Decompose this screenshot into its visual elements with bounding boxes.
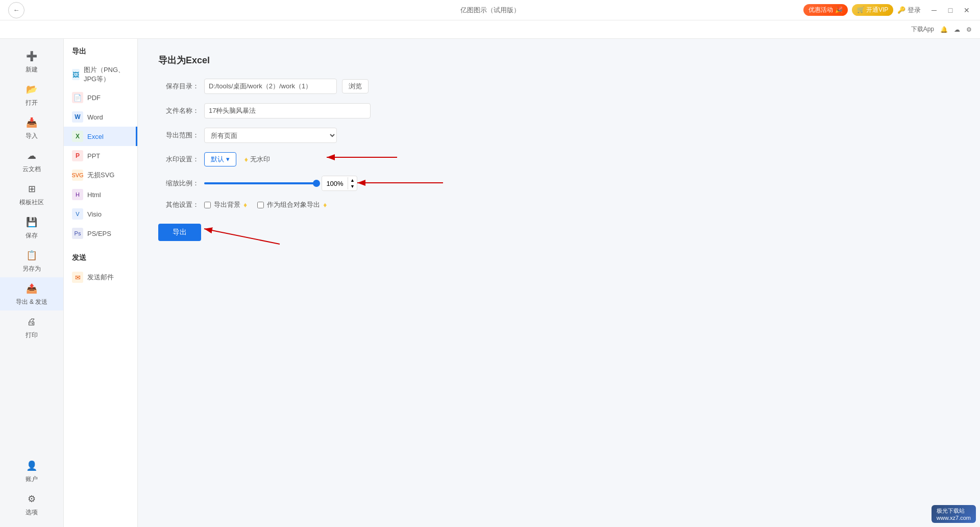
export-icon: 📤	[24, 281, 39, 296]
export-group-checkbox[interactable]	[257, 202, 264, 208]
excel-format-icon: X	[72, 131, 83, 142]
export-item-pdf[interactable]: 📄 PDF	[64, 88, 137, 107]
page-title: 导出为Excel	[158, 54, 960, 66]
export-bg-crown: ♦	[243, 201, 247, 209]
sidebar-item-saveas[interactable]: 📋 另存为	[0, 244, 63, 277]
slider-fill	[204, 182, 316, 184]
word-format-icon: W	[72, 111, 83, 123]
save-dir-input[interactable]	[204, 79, 337, 94]
ppt-format-icon: P	[72, 150, 83, 161]
watermark-btn[interactable]: 默认 ▾	[204, 152, 236, 166]
crown-icon: ♦	[244, 155, 248, 163]
sidebar-label-account: 账户	[26, 475, 38, 484]
close-button[interactable]: ✕	[962, 5, 972, 15]
export-item-html-label: Html	[87, 191, 101, 199]
export-item-visio[interactable]: V Visio	[64, 204, 137, 224]
export-bg-checkbox[interactable]	[204, 202, 211, 208]
sidebar-item-import[interactable]: 📥 导入	[0, 111, 63, 145]
slider-thumb[interactable]	[313, 180, 320, 187]
sidebar-label-cloud: 云文档	[22, 165, 41, 174]
arrow-watermark	[322, 148, 398, 169]
export-item-ppt[interactable]: P PPT	[64, 146, 137, 165]
sidebar-item-account[interactable]: 👤 账户	[0, 454, 63, 488]
sidebar-label-export: 导出 & 发送	[16, 298, 48, 306]
range-select[interactable]: 所有页面 当前页面 自定义	[204, 128, 337, 143]
sidebar-item-print[interactable]: 🖨 打印	[0, 310, 63, 344]
sidebar-label-import: 导入	[26, 132, 38, 140]
export-item-ppt-label: PPT	[87, 152, 100, 160]
sidebar-item-template[interactable]: ⊞ 模板社区	[0, 178, 63, 211]
content-wrapper: 导出为Excel 保存目录： 浏览 文件名称： 导出范围： 所有页面 当前页面 …	[158, 54, 960, 241]
svg-line-5	[204, 229, 280, 244]
account-icon: 👤	[24, 459, 39, 473]
sidebar-item-options[interactable]: ⚙ 选项	[0, 488, 63, 521]
watermark-row: 水印设置： 默认 ▾ ♦ 无水印	[158, 152, 960, 166]
save-dir-label: 保存目录：	[158, 82, 199, 91]
maximize-button[interactable]: □	[945, 5, 955, 15]
scale-down-button[interactable]: ▼	[348, 183, 357, 189]
import-icon: 📥	[24, 115, 39, 130]
sidebar-label-saveas: 另存为	[22, 265, 41, 273]
vip-button[interactable]: 🛒 开通VIP	[852, 4, 894, 16]
export-item-word[interactable]: W Word	[64, 107, 137, 127]
watermark-label: 水印设置：	[158, 155, 199, 164]
cloud-icon[interactable]: ☁	[954, 26, 960, 33]
sidebar-item-open[interactable]: 📂 打开	[0, 78, 63, 111]
back-button[interactable]: ←	[8, 2, 24, 18]
scale-up-button[interactable]: ▲	[348, 177, 357, 183]
export-button[interactable]: 导出	[158, 224, 201, 241]
export-item-email[interactable]: ✉ 发送邮件	[64, 268, 137, 287]
main-layout: ➕ 新建 📂 打开 📥 导入 ☁ 云文档 ⊞ 模板社区 💾 保存 📋 另存为 📤	[0, 39, 980, 527]
other-settings-row: 其他设置： 导出背景 ♦ 作为组合对象导出 ♦	[158, 200, 960, 209]
svg-format-icon: SVG	[72, 170, 83, 181]
app-title: 亿图图示（试用版）	[460, 6, 520, 15]
print-icon: 🖨	[24, 315, 39, 329]
export-item-excel-label: Excel	[87, 133, 104, 140]
ps-format-icon: Ps	[72, 228, 83, 239]
sidebar-item-new[interactable]: ➕ 新建	[0, 45, 63, 78]
download-app-link[interactable]: 下载App	[911, 25, 934, 34]
bottom-badge: 极光下载站 www.xz7.com	[932, 505, 976, 523]
export-item-email-label: 发送邮件	[87, 273, 114, 282]
minimize-button[interactable]: ─	[929, 5, 939, 15]
sidebar-item-save[interactable]: 💾 保存	[0, 211, 63, 244]
export-bg-checkbox-row: 导出背景 ♦	[204, 200, 247, 209]
content-area: 导出为Excel 保存目录： 浏览 文件名称： 导出范围： 所有页面 当前页面 …	[138, 39, 980, 527]
no-watermark-label: 无水印	[250, 155, 270, 164]
scale-spinners: ▲ ▼	[348, 177, 357, 189]
send-section: 发送 ✉ 发送邮件	[64, 253, 137, 287]
saveas-icon: 📋	[24, 248, 39, 262]
export-section-title: 导出	[64, 47, 137, 61]
export-item-excel[interactable]: X Excel	[64, 127, 137, 146]
browse-button[interactable]: 浏览	[342, 79, 369, 93]
sidebar-item-cloud[interactable]: ☁ 云文档	[0, 145, 63, 178]
secondary-toolbar: 下载App 🔔 ☁ ⚙	[0, 20, 980, 39]
sidebar-item-export[interactable]: 📤 导出 & 发送	[0, 277, 63, 310]
scale-input[interactable]	[322, 176, 348, 190]
export-item-image[interactable]: 🖼 图片（PNG、JPG等）	[64, 61, 137, 88]
export-panel: 导出 🖼 图片（PNG、JPG等） 📄 PDF W Word X Excel P…	[64, 39, 138, 527]
settings-icon[interactable]: ⚙	[966, 26, 972, 33]
new-icon: ➕	[24, 49, 39, 63]
notification-icon[interactable]: 🔔	[940, 26, 948, 33]
sidebar: ➕ 新建 📂 打开 📥 导入 ☁ 云文档 ⊞ 模板社区 💾 保存 📋 另存为 📤	[0, 39, 64, 527]
slider-container: ▲ ▼	[204, 176, 357, 191]
send-section-title: 发送	[64, 253, 137, 268]
sidebar-label-new: 新建	[26, 65, 38, 74]
export-btn-container: 导出	[158, 219, 201, 241]
export-item-html[interactable]: H Html	[64, 185, 137, 204]
badge-line2: www.xz7.com	[937, 515, 971, 521]
slider-track[interactable]	[204, 182, 316, 184]
cloud-doc-icon: ☁	[24, 149, 39, 163]
html-format-icon: H	[72, 189, 83, 200]
watermark-section: 默认 ▾ ♦ 无水印	[204, 152, 270, 166]
save-icon: 💾	[24, 215, 39, 229]
export-item-ps[interactable]: Ps PS/EPS	[64, 224, 137, 243]
scale-input-group: ▲ ▼	[322, 176, 357, 191]
export-item-svg[interactable]: SVG 无损SVG	[64, 165, 137, 185]
filename-input[interactable]	[204, 103, 371, 118]
export-item-visio-label: Visio	[87, 210, 102, 218]
login-button[interactable]: 🔑 登录	[897, 6, 921, 15]
promo-button[interactable]: 优惠活动 🎉	[803, 4, 847, 16]
email-format-icon: ✉	[72, 272, 83, 283]
